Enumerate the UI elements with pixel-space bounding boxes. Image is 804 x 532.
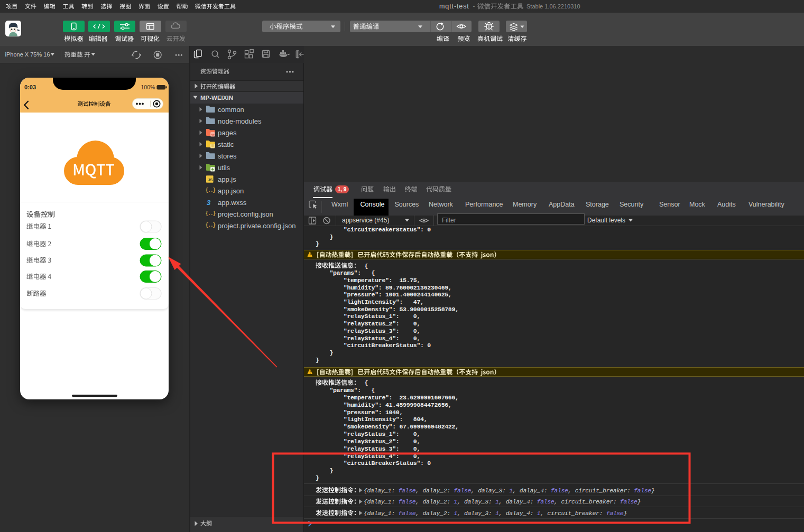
svg-text:JS: JS [208, 178, 212, 182]
svg-text:<>: <> [211, 133, 215, 136]
